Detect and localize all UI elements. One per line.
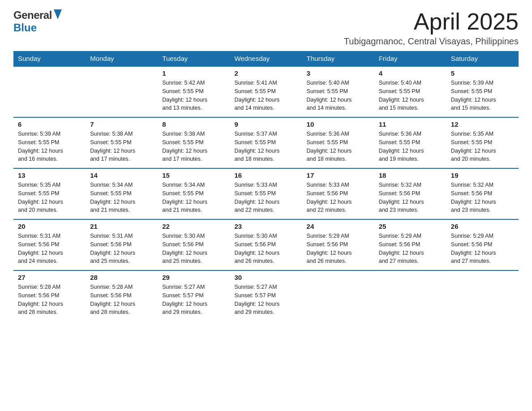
calendar-header-saturday: Saturday xyxy=(446,51,519,66)
calendar-cell: 28Sunrise: 5:28 AM Sunset: 5:56 PM Dayli… xyxy=(86,270,158,321)
day-info: Sunrise: 5:31 AM Sunset: 5:56 PM Dayligh… xyxy=(18,232,81,265)
day-number: 21 xyxy=(90,223,153,230)
calendar-table: SundayMondayTuesdayWednesdayThursdayFrid… xyxy=(13,51,519,321)
day-info: Sunrise: 5:42 AM Sunset: 5:55 PM Dayligh… xyxy=(162,79,225,112)
calendar-header-wednesday: Wednesday xyxy=(230,51,302,66)
calendar-header-thursday: Thursday xyxy=(302,51,374,66)
day-number: 29 xyxy=(162,274,225,281)
calendar-cell: 10Sunrise: 5:36 AM Sunset: 5:55 PM Dayli… xyxy=(302,117,374,168)
day-number: 7 xyxy=(90,120,153,128)
calendar-cell: 14Sunrise: 5:34 AM Sunset: 5:55 PM Dayli… xyxy=(86,168,158,219)
calendar-cell xyxy=(302,270,374,321)
calendar-cell: 11Sunrise: 5:36 AM Sunset: 5:55 PM Dayli… xyxy=(374,117,446,168)
day-info: Sunrise: 5:38 AM Sunset: 5:55 PM Dayligh… xyxy=(90,130,153,163)
day-number: 28 xyxy=(90,274,153,281)
day-number: 2 xyxy=(234,69,297,77)
day-info: Sunrise: 5:34 AM Sunset: 5:55 PM Dayligh… xyxy=(162,181,225,214)
day-info: Sunrise: 5:28 AM Sunset: 5:56 PM Dayligh… xyxy=(18,283,81,317)
day-info: Sunrise: 5:29 AM Sunset: 5:56 PM Dayligh… xyxy=(451,232,514,265)
calendar-cell: 26Sunrise: 5:29 AM Sunset: 5:56 PM Dayli… xyxy=(446,219,519,270)
calendar-cell: 27Sunrise: 5:28 AM Sunset: 5:56 PM Dayli… xyxy=(13,270,86,321)
calendar-cell: 8Sunrise: 5:38 AM Sunset: 5:55 PM Daylig… xyxy=(158,117,230,168)
day-info: Sunrise: 5:33 AM Sunset: 5:55 PM Dayligh… xyxy=(234,181,297,214)
day-number: 9 xyxy=(234,120,297,128)
calendar-cell: 12Sunrise: 5:35 AM Sunset: 5:55 PM Dayli… xyxy=(446,117,519,168)
calendar-cell xyxy=(86,66,158,117)
day-number: 26 xyxy=(451,223,514,230)
day-number: 5 xyxy=(451,69,514,77)
day-number: 30 xyxy=(234,274,297,281)
calendar-header-tuesday: Tuesday xyxy=(158,51,230,66)
logo-triangle-icon xyxy=(54,9,62,21)
day-info: Sunrise: 5:40 AM Sunset: 5:55 PM Dayligh… xyxy=(379,79,442,112)
day-info: Sunrise: 5:27 AM Sunset: 5:57 PM Dayligh… xyxy=(162,283,225,317)
day-number: 20 xyxy=(18,223,81,230)
day-number: 25 xyxy=(379,223,442,230)
calendar-week-5: 27Sunrise: 5:28 AM Sunset: 5:56 PM Dayli… xyxy=(13,270,519,321)
header: General Blue April 2025 Tubigagmanoc, Ce… xyxy=(13,9,519,47)
day-number: 14 xyxy=(90,171,153,179)
calendar-cell: 13Sunrise: 5:35 AM Sunset: 5:55 PM Dayli… xyxy=(13,168,86,219)
calendar-cell xyxy=(13,66,86,117)
day-number: 3 xyxy=(307,69,370,77)
calendar-cell: 19Sunrise: 5:32 AM Sunset: 5:56 PM Dayli… xyxy=(446,168,519,219)
calendar-week-1: 1Sunrise: 5:42 AM Sunset: 5:55 PM Daylig… xyxy=(13,66,519,117)
day-info: Sunrise: 5:27 AM Sunset: 5:57 PM Dayligh… xyxy=(234,283,297,317)
day-info: Sunrise: 5:32 AM Sunset: 5:56 PM Dayligh… xyxy=(451,181,514,214)
calendar-cell: 20Sunrise: 5:31 AM Sunset: 5:56 PM Dayli… xyxy=(13,219,86,270)
day-info: Sunrise: 5:31 AM Sunset: 5:56 PM Dayligh… xyxy=(90,232,153,265)
month-year-title: April 2025 xyxy=(344,9,519,34)
calendar-cell: 29Sunrise: 5:27 AM Sunset: 5:57 PM Dayli… xyxy=(158,270,230,321)
location-subtitle: Tubigagmanoc, Central Visayas, Philippin… xyxy=(344,36,519,47)
calendar-header-friday: Friday xyxy=(374,51,446,66)
day-number: 12 xyxy=(451,120,514,128)
logo-blue-text: Blue xyxy=(13,21,37,34)
day-info: Sunrise: 5:28 AM Sunset: 5:56 PM Dayligh… xyxy=(90,283,153,317)
day-info: Sunrise: 5:29 AM Sunset: 5:56 PM Dayligh… xyxy=(307,232,370,265)
day-info: Sunrise: 5:36 AM Sunset: 5:55 PM Dayligh… xyxy=(379,130,442,163)
day-number: 13 xyxy=(18,171,81,179)
day-number: 6 xyxy=(18,120,81,128)
day-number: 1 xyxy=(162,69,225,77)
calendar-cell: 17Sunrise: 5:33 AM Sunset: 5:56 PM Dayli… xyxy=(302,168,374,219)
day-info: Sunrise: 5:38 AM Sunset: 5:55 PM Dayligh… xyxy=(162,130,225,163)
calendar-cell: 7Sunrise: 5:38 AM Sunset: 5:55 PM Daylig… xyxy=(86,117,158,168)
day-number: 4 xyxy=(379,69,442,77)
calendar-cell: 3Sunrise: 5:40 AM Sunset: 5:55 PM Daylig… xyxy=(302,66,374,117)
calendar-cell xyxy=(374,270,446,321)
calendar-cell: 2Sunrise: 5:41 AM Sunset: 5:55 PM Daylig… xyxy=(230,66,302,117)
calendar-cell: 1Sunrise: 5:42 AM Sunset: 5:55 PM Daylig… xyxy=(158,66,230,117)
day-info: Sunrise: 5:30 AM Sunset: 5:56 PM Dayligh… xyxy=(234,232,297,265)
calendar-cell: 16Sunrise: 5:33 AM Sunset: 5:55 PM Dayli… xyxy=(230,168,302,219)
day-number: 22 xyxy=(162,223,225,230)
calendar-cell: 24Sunrise: 5:29 AM Sunset: 5:56 PM Dayli… xyxy=(302,219,374,270)
day-info: Sunrise: 5:35 AM Sunset: 5:55 PM Dayligh… xyxy=(451,130,514,163)
day-info: Sunrise: 5:37 AM Sunset: 5:55 PM Dayligh… xyxy=(234,130,297,163)
calendar-week-4: 20Sunrise: 5:31 AM Sunset: 5:56 PM Dayli… xyxy=(13,219,519,270)
day-number: 27 xyxy=(18,274,81,281)
calendar-header-row: SundayMondayTuesdayWednesdayThursdayFrid… xyxy=(13,51,519,66)
day-number: 17 xyxy=(307,171,370,179)
day-info: Sunrise: 5:29 AM Sunset: 5:56 PM Dayligh… xyxy=(379,232,442,265)
calendar-header-monday: Monday xyxy=(86,51,158,66)
day-info: Sunrise: 5:39 AM Sunset: 5:55 PM Dayligh… xyxy=(451,79,514,112)
calendar-cell: 23Sunrise: 5:30 AM Sunset: 5:56 PM Dayli… xyxy=(230,219,302,270)
calendar-cell: 25Sunrise: 5:29 AM Sunset: 5:56 PM Dayli… xyxy=(374,219,446,270)
day-number: 23 xyxy=(234,223,297,230)
day-info: Sunrise: 5:40 AM Sunset: 5:55 PM Dayligh… xyxy=(307,79,370,112)
day-number: 11 xyxy=(379,120,442,128)
calendar-cell: 15Sunrise: 5:34 AM Sunset: 5:55 PM Dayli… xyxy=(158,168,230,219)
day-info: Sunrise: 5:39 AM Sunset: 5:55 PM Dayligh… xyxy=(18,130,81,163)
calendar-cell: 30Sunrise: 5:27 AM Sunset: 5:57 PM Dayli… xyxy=(230,270,302,321)
day-number: 10 xyxy=(307,120,370,128)
calendar-cell xyxy=(446,270,519,321)
day-info: Sunrise: 5:33 AM Sunset: 5:56 PM Dayligh… xyxy=(307,181,370,214)
calendar-cell: 18Sunrise: 5:32 AM Sunset: 5:56 PM Dayli… xyxy=(374,168,446,219)
logo: General Blue xyxy=(13,9,62,34)
logo-general-text: General xyxy=(13,9,52,21)
day-info: Sunrise: 5:35 AM Sunset: 5:55 PM Dayligh… xyxy=(18,181,81,214)
calendar-header-sunday: Sunday xyxy=(13,51,86,66)
day-info: Sunrise: 5:41 AM Sunset: 5:55 PM Dayligh… xyxy=(234,79,297,112)
calendar-cell: 21Sunrise: 5:31 AM Sunset: 5:56 PM Dayli… xyxy=(86,219,158,270)
calendar-cell: 22Sunrise: 5:30 AM Sunset: 5:56 PM Dayli… xyxy=(158,219,230,270)
